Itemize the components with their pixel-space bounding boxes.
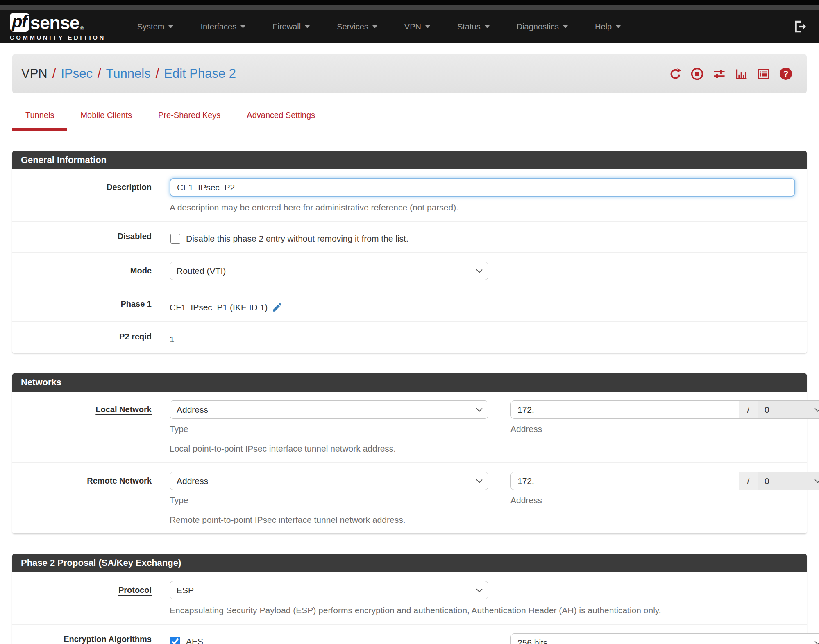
top-navbar: pf sense ® COMMUNITY EDITION System Inte… (0, 10, 819, 43)
nav-item-help[interactable]: Help (581, 22, 634, 32)
type-caption: Type (170, 424, 488, 434)
nav-item-firewall[interactable]: Firewall (259, 22, 323, 32)
row-encryption-aes: Encryption Algorithms AES 256 bits (12, 624, 807, 644)
remote-network-type-select[interactable]: Address (170, 472, 488, 490)
bar-chart-icon[interactable] (735, 67, 748, 81)
nav-item-vpn[interactable]: VPN (391, 22, 444, 32)
refresh-icon[interactable] (669, 68, 682, 80)
caret-down-icon (616, 25, 621, 28)
navbar-menu: System Interfaces Firewall Services VPN … (124, 22, 794, 32)
edit-phase1-button[interactable] (272, 302, 283, 313)
netmask-separator: / (739, 472, 758, 490)
nav-item-label: System (137, 22, 165, 32)
local-network-type-value: Address (177, 405, 208, 415)
panel-phase2-proposal: Phase 2 Proposal (SA/Key Exchange) Proto… (12, 554, 807, 644)
breadcrumb-separator: / (98, 66, 101, 81)
reqid-value: 1 (170, 334, 175, 344)
disabled-checkbox-label: Disable this phase 2 entry without remov… (186, 234, 408, 244)
sliders-icon[interactable] (712, 67, 726, 81)
local-network-help: Local point-to-point IPsec interface tun… (170, 444, 819, 454)
nav-item-interfaces[interactable]: Interfaces (187, 22, 259, 32)
community-edition-label: COMMUNITY EDITION (10, 34, 106, 41)
chevron-down-icon (476, 267, 483, 273)
remote-network-address-input[interactable] (510, 472, 739, 490)
mode-label: Mode (12, 262, 152, 280)
window-title-strip (0, 5, 819, 10)
remote-network-mask-select[interactable]: 0 (758, 472, 819, 490)
logout-button[interactable] (794, 20, 808, 34)
local-network-type-select[interactable]: Address (170, 400, 488, 419)
tab-mobile-clients[interactable]: Mobile Clients (67, 111, 145, 131)
encryption-algorithms-label: Encryption Algorithms (12, 633, 152, 644)
remote-network-content: Address / 0 Type Address (152, 472, 819, 525)
type-caption: Type (170, 495, 488, 505)
breadcrumb-bar: VPN / IPsec / Tunnels / Edit Phase 2 (12, 54, 807, 93)
phase1-value: CF1_IPsec_P1 (IKE ID 1) (170, 303, 268, 312)
breadcrumb-root: VPN (21, 66, 48, 81)
breadcrumb-link-tunnels[interactable]: Tunnels (106, 66, 151, 81)
mode-select[interactable]: Routed (VTI) (170, 262, 488, 280)
mode-label-text: Mode (130, 266, 152, 275)
description-input[interactable] (170, 178, 795, 197)
caret-down-icon (168, 25, 173, 28)
nav-item-diagnostics[interactable]: Diagnostics (503, 22, 581, 32)
chevron-down-icon (476, 477, 483, 483)
mode-select-value: Routed (VTI) (177, 266, 226, 276)
description-label: Description (12, 178, 152, 212)
window-top-strip (0, 0, 819, 5)
nav-item-status[interactable]: Status (444, 22, 503, 32)
aes-keylen-value: 256 bits (517, 638, 548, 644)
row-phase1: Phase 1 CF1_IPsec_P1 (IKE ID 1) (12, 289, 807, 321)
nav-item-services[interactable]: Services (323, 22, 391, 32)
row-reqid: P2 reqid 1 (12, 321, 807, 353)
chevron-down-icon (814, 405, 819, 412)
remote-network-address-group: / 0 (510, 472, 819, 490)
disabled-label: Disabled (12, 230, 152, 244)
description-help: A description may be entered here for ad… (170, 203, 795, 212)
panel-title: General Information (12, 151, 807, 169)
panel-body: Local Network Address / 0 (12, 392, 807, 533)
help-icon[interactable]: ? (779, 67, 793, 81)
chevron-down-icon (814, 477, 819, 483)
caret-down-icon (305, 25, 310, 28)
phase1-label: Phase 1 (12, 298, 152, 313)
remote-network-label: Remote Network (12, 472, 152, 525)
remote-network-help: Remote point-to-point IPsec interface tu… (170, 515, 819, 525)
protocol-select[interactable]: ESP (170, 581, 488, 599)
protocol-select-value: ESP (177, 585, 194, 595)
pfsense-logo[interactable]: pf sense ® COMMUNITY EDITION (10, 13, 106, 41)
log-list-icon[interactable] (757, 67, 770, 81)
nav-item-system[interactable]: System (124, 22, 187, 32)
aes-checkbox[interactable] (170, 637, 180, 644)
pfsense-logo-row: pf sense ® (10, 13, 106, 32)
address-caption: Address (510, 424, 819, 434)
aes-keylen-select[interactable]: 256 bits (510, 633, 819, 644)
breadcrumb-link-ipsec[interactable]: IPsec (61, 66, 93, 81)
sign-out-icon (794, 20, 808, 34)
remote-network-type-value: Address (177, 476, 208, 486)
section-tabs: Tunnels Mobile Clients Pre-Shared Keys A… (12, 111, 819, 131)
chevron-down-icon (476, 405, 483, 412)
page-action-icons: ? (669, 67, 793, 81)
chevron-down-icon (814, 638, 819, 644)
protocol-label-text: Protocol (118, 585, 152, 594)
local-network-mask-select[interactable]: 0 (758, 400, 819, 419)
tab-tunnels[interactable]: Tunnels (12, 111, 67, 131)
disabled-checkbox[interactable] (170, 234, 180, 244)
tab-pre-shared-keys[interactable]: Pre-Shared Keys (145, 111, 234, 131)
remote-network-mask-value: 0 (765, 476, 769, 486)
row-mode: Mode Routed (VTI) (12, 252, 807, 289)
reqid-content: 1 (152, 331, 807, 344)
row-description: Description A description may be entered… (12, 169, 807, 221)
encryption-algorithms-label-text: Encryption Algorithms (64, 635, 152, 644)
chevron-down-icon (476, 586, 483, 592)
pfsense-logo-sense: sense (30, 14, 79, 32)
local-network-address-input[interactable] (510, 400, 739, 419)
breadcrumb-separator: / (52, 66, 56, 81)
tab-advanced-settings[interactable]: Advanced Settings (234, 111, 328, 131)
registered-mark: ® (80, 26, 84, 32)
panel-general-information: General Information Description A descri… (12, 151, 807, 353)
pencil-icon (272, 302, 283, 313)
stop-circle-icon[interactable] (690, 67, 704, 81)
row-protocol: Protocol ESP Encapsulating Security Payl… (12, 572, 807, 624)
